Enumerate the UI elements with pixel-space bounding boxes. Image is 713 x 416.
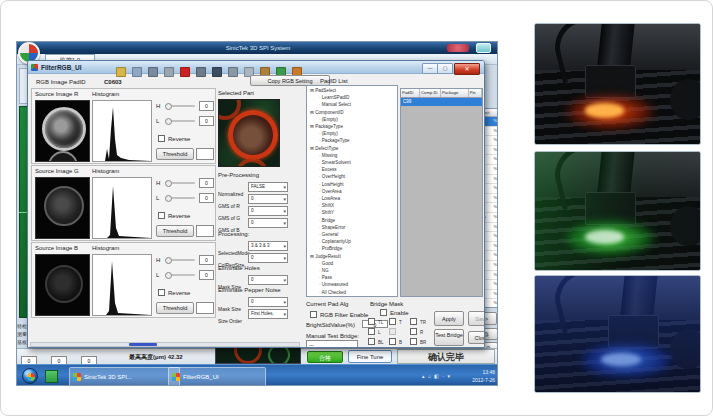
h-value-field[interactable]: 0: [199, 178, 214, 188]
main-titlebar[interactable]: SinicTek 3D SPI System: [17, 42, 498, 54]
tree-item[interactable]: · OverArea: [307, 188, 397, 195]
main-window-control-button[interactable]: [476, 43, 491, 53]
tree-item[interactable]: ⊟ JudgeResult: [307, 253, 397, 260]
open-icon[interactable]: [116, 67, 126, 77]
bridge-mask-cell[interactable]: T: [389, 318, 410, 328]
fine-tune-button[interactable]: Fine Tune: [348, 350, 392, 363]
h-slider[interactable]: [165, 105, 195, 107]
scrollbar-thumb[interactable]: [129, 343, 157, 346]
tree-item[interactable]: · CoplanarityUp: [307, 238, 397, 245]
h-value-field[interactable]: 0: [199, 255, 214, 265]
tree-item[interactable]: · LearnSPadID: [307, 94, 397, 101]
tree-item[interactable]: · ShapeError: [307, 224, 397, 231]
start-button[interactable]: [22, 368, 38, 384]
selected-part-image[interactable]: [218, 99, 280, 167]
tree-item[interactable]: · (Empty): [307, 116, 397, 123]
col-reg-size-select[interactable]: 0: [248, 253, 288, 263]
source-image-r[interactable]: [35, 100, 90, 162]
gms-r-select[interactable]: 0: [248, 194, 288, 204]
tree-item[interactable]: · Good: [307, 260, 397, 267]
gms-b-select[interactable]: 0: [248, 218, 288, 228]
h-slider[interactable]: [165, 182, 195, 184]
tree-item[interactable]: · NG: [307, 267, 397, 274]
tree-item[interactable]: · ProBridge: [307, 245, 397, 252]
reverse-checkbox[interactable]: Reverse: [158, 135, 190, 143]
tree-item[interactable]: ⊟ ComponentID: [307, 109, 397, 116]
source-image-b[interactable]: [35, 254, 90, 316]
pass-button[interactable]: 合格: [307, 351, 343, 363]
mask-size-select-1[interactable]: 0: [248, 275, 288, 285]
system-tray-icons[interactable]: ▴ ⌂ ◧ · ▾: [422, 373, 451, 379]
tree-item[interactable]: · (Empty): [307, 130, 397, 137]
tree-item[interactable]: · ShiftY: [307, 209, 397, 216]
bridge-mask-cell[interactable]: L: [368, 328, 389, 338]
close-icon[interactable]: ✕: [454, 63, 480, 75]
size-order-select[interactable]: First Holes,: [248, 309, 288, 319]
tree-item[interactable]: · General: [307, 231, 397, 238]
image-icon[interactable]: [132, 67, 142, 77]
maximize-button[interactable]: ▢: [437, 63, 453, 74]
bridge-mask-cell[interactable]: TL: [368, 318, 389, 328]
reverse-checkbox[interactable]: Reverse: [158, 289, 190, 297]
source-image-g[interactable]: [35, 177, 90, 239]
threshold-button[interactable]: Threshold: [156, 148, 194, 160]
tree-item[interactable]: · ShiftX: [307, 202, 397, 209]
tree-item[interactable]: · Missing: [307, 152, 397, 159]
h-value-field[interactable]: 0: [199, 101, 214, 111]
sidebar-label[interactable]: 特检: [17, 322, 27, 330]
threshold-button[interactable]: Threshold: [156, 225, 194, 237]
manual-test-bridge-field[interactable]: ---: [306, 340, 358, 348]
tree-item[interactable]: · Bridge: [307, 217, 397, 224]
tree-item[interactable]: · Pass: [307, 274, 397, 281]
record-icon[interactable]: [180, 67, 190, 77]
l-slider[interactable]: [165, 120, 195, 122]
tree-item[interactable]: · Excess: [307, 166, 397, 173]
grid-icon[interactable]: [164, 67, 174, 77]
mask-size-select-2[interactable]: 0: [248, 297, 288, 307]
dialog-titlebar[interactable]: FilterRGB_UI — ▢ ✕: [28, 61, 484, 74]
bridge-mask-cell[interactable]: R: [410, 328, 431, 338]
tree-item[interactable]: ⊟ DefectType: [307, 145, 397, 152]
tree-item[interactable]: · Unmeasured: [307, 281, 397, 288]
selected-mode-select[interactable]: 3 & 3 & 3: [248, 241, 288, 251]
bridge-enable-checkbox[interactable]: Enable: [380, 309, 409, 317]
l-value-field[interactable]: 0: [199, 193, 214, 203]
tree-item[interactable]: ⊟ PackageType: [307, 123, 397, 130]
tree-item[interactable]: · OverHeight: [307, 173, 397, 180]
test-bridge-button[interactable]: Test Bridge: [434, 329, 464, 346]
tree-item[interactable]: · All Checked: [307, 289, 397, 296]
l-value-field[interactable]: 0: [199, 116, 214, 126]
threshold-field[interactable]: [196, 302, 214, 314]
taskbar-button-spi-system[interactable]: SinicTek 3D SPI...: [69, 367, 180, 386]
tree-item[interactable]: · LowArea: [307, 195, 397, 202]
rgb-filter-enable-checkbox[interactable]: RGB Filter Enable: [310, 311, 368, 319]
threshold-field[interactable]: [196, 148, 214, 160]
reverse-checkbox[interactable]: Reverse: [158, 212, 190, 220]
tree-item[interactable]: · LowHeight: [307, 181, 397, 188]
minimize-button[interactable]: —: [422, 63, 438, 74]
bridge-mask-cell[interactable]: BL: [368, 338, 389, 348]
dialog-scrollbar[interactable]: [30, 342, 300, 347]
sidebar-label[interactable]: 基板: [17, 338, 27, 346]
tree-item[interactable]: ⊟ PadSelect: [307, 87, 397, 94]
threshold-field[interactable]: [196, 225, 214, 237]
taskbar-clock[interactable]: 13:48 2012-7-26: [472, 368, 495, 384]
bridge-mask-cell[interactable]: TR: [410, 318, 431, 328]
close-button[interactable]: Close: [468, 331, 485, 344]
taskbar-button-filterrgb[interactable]: FilterRGB_UI: [168, 367, 266, 386]
h-slider[interactable]: [165, 259, 195, 261]
tree-item[interactable]: · PackageType: [307, 137, 397, 144]
threshold-button[interactable]: Threshold: [156, 302, 194, 314]
camera-icon[interactable]: [196, 67, 206, 77]
confirm-complete-button[interactable]: 确认完毕: [397, 349, 495, 364]
normalized-select[interactable]: FALSE: [248, 182, 288, 192]
tree-item[interactable]: · Manual Select: [307, 101, 397, 108]
l-slider[interactable]: [165, 197, 195, 199]
layers-icon[interactable]: [228, 67, 238, 77]
bridge-mask-cell[interactable]: [389, 328, 410, 338]
matrix-icon[interactable]: [212, 67, 222, 77]
gms-g-select[interactable]: 0: [248, 206, 288, 216]
l-slider[interactable]: [165, 274, 195, 276]
padid-table[interactable]: PadIDComp IDPackagePin C99: [400, 88, 483, 297]
padid-tree[interactable]: ⊟ PadSelect· LearnSPadID· Manual Select⊟…: [306, 85, 398, 297]
